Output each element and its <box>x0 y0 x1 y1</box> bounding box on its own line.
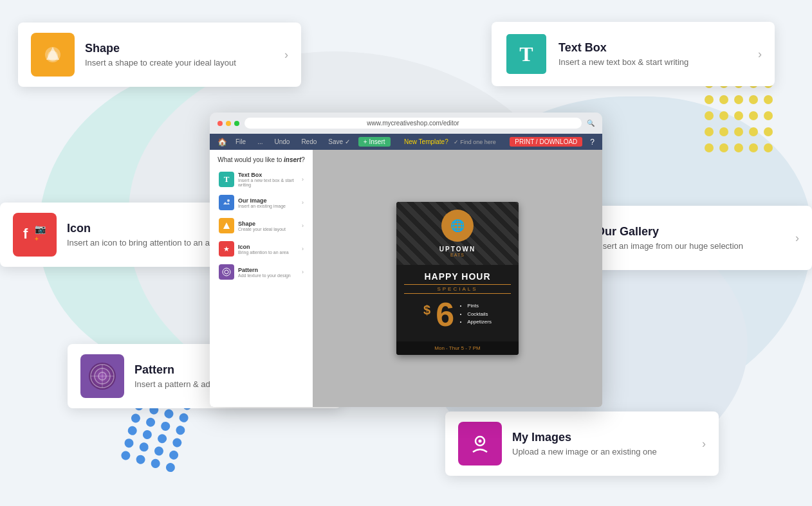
insert-panel-title: What would you like to insert? <box>216 156 306 163</box>
insert-image-text: Our Image Insert an existing image <box>238 197 298 208</box>
insert-icon-icon: ★ <box>219 241 234 257</box>
flyer-item-cocktails: Cocktails <box>467 311 492 319</box>
flyer-brand-sub: EATS <box>404 253 511 257</box>
shape-icon <box>31 33 75 77</box>
shape-card-title: Shape <box>85 42 274 55</box>
insert-image-name: Our Image <box>238 197 298 204</box>
insert-pattern-arrow: › <box>302 269 304 275</box>
svg-marker-17 <box>223 222 230 229</box>
myimages-card[interactable]: My Images Upload a new image or an exist… <box>445 411 719 476</box>
insert-image-item[interactable]: Our Image Insert an existing image › <box>216 192 306 213</box>
svg-rect-15 <box>222 198 231 207</box>
flyer-price: 6 <box>436 298 454 331</box>
insert-pattern-item[interactable]: Pattern Add texture to your design › <box>216 261 306 283</box>
textbox-card[interactable]: T Text Box Insert a new text box & start… <box>492 22 775 86</box>
insert-textbox-arrow: › <box>302 176 304 183</box>
flyer-logo: 🌐 <box>441 210 474 242</box>
svg-point-16 <box>227 199 230 202</box>
save-button[interactable]: Save ✓ <box>325 137 353 147</box>
edit-button[interactable]: ... <box>254 137 266 147</box>
flyer-header: 🌐 UPTOWN EATS <box>396 202 519 265</box>
myimages-card-title: My Images <box>512 431 692 444</box>
canvas-area[interactable]: 🌐 UPTOWN EATS HAPPY HOUR SPECIALS $ 6 Pi… <box>313 150 602 407</box>
close-dot <box>217 121 223 126</box>
flyer-preview: 🌐 UPTOWN EATS HAPPY HOUR SPECIALS $ 6 Pi… <box>396 202 519 355</box>
flyer-items-list: Pints Cocktails Appetizers <box>459 302 492 327</box>
insert-icon-arrow: › <box>302 246 304 252</box>
shape-card[interactable]: Shape Insert a shape to create your idea… <box>18 23 301 87</box>
gallery-card-desc: Insert an image from our huge selection <box>596 241 785 251</box>
shape-card-arrow: › <box>284 48 288 62</box>
insert-icon-desc: Bring attention to an area <box>238 250 298 255</box>
flyer-item-appetizers: Appetizers <box>467 318 492 327</box>
insert-panel: What would you like to insert? T Text Bo… <box>210 150 313 407</box>
svg-text:f: f <box>23 226 28 242</box>
insert-shape-icon <box>219 218 234 233</box>
insert-textbox-desc: Insert a new text box & start writing <box>238 178 298 187</box>
print-download-button[interactable]: PRINT / DOWNLOAD <box>510 137 582 147</box>
textbox-card-desc: Insert a new text box & start writing <box>558 57 748 67</box>
flyer-footer: Mon - Thur 5 - 7 PM <box>396 341 519 355</box>
browser-window: www.mycreativeshop.com/editor 🔍 🏠 File .… <box>210 113 602 407</box>
textbox-card-arrow: › <box>758 48 762 61</box>
svg-text:+: + <box>35 235 39 242</box>
insert-image-desc: Insert an existing image <box>238 204 298 208</box>
insert-textbox-item[interactable]: T Text Box Insert a new text box & start… <box>216 168 306 190</box>
icon-card-icon: f 📷 + <box>13 213 57 257</box>
flyer-body: HAPPY HOUR SPECIALS $ 6 Pints Cocktails … <box>396 265 519 341</box>
flyer-item-pints: Pints <box>467 302 492 311</box>
svg-rect-12 <box>466 430 494 457</box>
textbox-icon: T <box>504 32 548 76</box>
browser-search-icon: 🔍 <box>587 120 595 127</box>
svg-point-18 <box>223 268 230 276</box>
insert-textbox-text: Text Box Insert a new text box & start w… <box>238 172 298 187</box>
flyer-price-row: $ 6 Pints Cocktails Appetizers <box>404 298 511 331</box>
shape-card-text: Shape Insert a shape to create your idea… <box>85 42 274 68</box>
insert-textbox-name: Text Box <box>238 172 298 178</box>
insert-icon-name: Icon <box>238 244 298 250</box>
undo-button[interactable]: Undo <box>271 137 293 147</box>
insert-pattern-desc: Add texture to your design <box>238 273 298 278</box>
insert-shape-desc: Create your ideal layout <box>238 227 298 231</box>
myimages-card-text: My Images Upload a new image or an exist… <box>512 431 692 456</box>
yellow-dots-decoration <box>703 77 773 154</box>
insert-shape-arrow: › <box>302 222 304 229</box>
flyer-specials: SPECIALS <box>404 284 511 294</box>
myimages-card-desc: Upload a new image or an existing one <box>512 447 692 456</box>
minimize-dot <box>226 121 231 126</box>
browser-chrome: www.mycreativeshop.com/editor 🔍 <box>210 113 602 134</box>
insert-button[interactable]: + Insert <box>358 137 391 147</box>
insert-shape-text: Shape Create your ideal layout <box>238 221 298 231</box>
find-one-label[interactable]: ✓ Find one here <box>454 139 496 145</box>
textbox-card-title: Text Box <box>558 41 748 55</box>
insert-image-arrow: › <box>302 199 304 206</box>
myimages-icon <box>458 422 502 465</box>
maximize-dot <box>234 121 239 126</box>
insert-pattern-icon <box>219 264 234 280</box>
svg-point-14 <box>479 440 482 443</box>
flyer-happy: HAPPY HOUR <box>404 271 511 282</box>
gallery-card-title: Our Gallery <box>596 225 785 239</box>
insert-icon-item[interactable]: ★ Icon Bring attention to an area › <box>216 238 306 260</box>
myimages-card-arrow: › <box>702 437 706 451</box>
shape-card-desc: Insert a shape to create your ideal layo… <box>85 58 274 68</box>
svg-point-2 <box>48 51 58 61</box>
insert-shape-name: Shape <box>238 221 298 227</box>
svg-text:📷: 📷 <box>35 224 46 235</box>
help-button[interactable]: ? <box>590 138 595 147</box>
insert-pattern-name: Pattern <box>238 267 298 273</box>
pattern-icon <box>80 354 124 398</box>
home-button[interactable]: 🏠 <box>217 138 227 147</box>
textbox-card-text: Text Box Insert a new text box & start w… <box>558 41 748 67</box>
editor-content: What would you like to insert? T Text Bo… <box>210 150 602 407</box>
redo-button[interactable]: Redo <box>298 137 320 147</box>
svg-point-19 <box>225 270 228 274</box>
insert-textbox-icon: T <box>219 172 234 187</box>
flyer-dollar: $ <box>423 303 430 318</box>
file-button[interactable]: File <box>232 137 249 147</box>
insert-icon-text: Icon Bring attention to an area <box>238 244 298 255</box>
insert-image-icon <box>219 195 234 210</box>
insert-shape-item[interactable]: Shape Create your ideal layout › <box>216 215 306 237</box>
flyer-brand: UPTOWN <box>404 246 511 253</box>
url-bar[interactable]: www.mycreativeshop.com/editor <box>245 118 582 129</box>
